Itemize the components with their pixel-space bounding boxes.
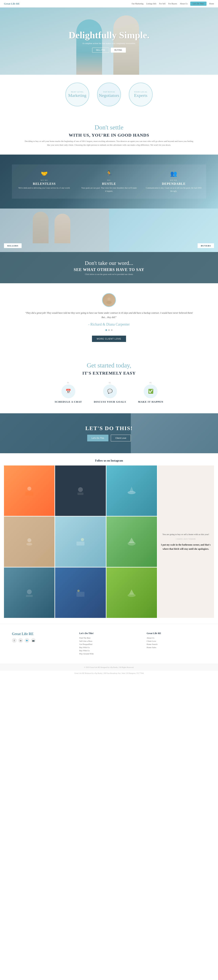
buy-button[interactable]: BUYING — [111, 48, 126, 52]
lets-do-this-label: LET'S DO THIS! — [8, 425, 210, 431]
sellers-label[interactable]: SELLERS — [4, 243, 22, 248]
linkedin-icon[interactable]: in — [18, 638, 23, 643]
insta-img-4 — [4, 517, 54, 567]
nav-home[interactable]: Home — [209, 3, 214, 5]
review-quote: "They did a great job! They would have t… — [24, 311, 194, 320]
circle-negotiators[interactable]: TOP NOTCH Negotiators — [97, 83, 121, 108]
insta-cell-4[interactable] — [4, 517, 54, 567]
insta-img-3 — [106, 466, 157, 516]
svg-point-14 — [27, 589, 32, 594]
dot-2[interactable] — [108, 329, 110, 331]
footer-link-buy-with[interactable]: Buy With Us — [79, 649, 139, 652]
dot-1[interactable] — [106, 329, 107, 331]
svg-rect-15 — [26, 595, 33, 597]
circle-negotiators-main: Negotiators — [99, 93, 119, 98]
svg-point-8 — [27, 538, 31, 542]
footer-columns: Great Life RE f in 🐦 📷 Let's Do This! Fi… — [0, 624, 218, 664]
footer-link-home-sales[interactable]: Home Sales — [147, 646, 206, 649]
hero-buttons: SELL PRE BUYING — [69, 48, 149, 52]
insta-cell-7[interactable] — [4, 568, 54, 618]
client-review-section: "They did a great job! They would have t… — [0, 283, 218, 352]
sell-button[interactable]: SELL PRE — [92, 48, 109, 52]
footer-link-find[interactable]: Find The Best — [79, 637, 139, 639]
circle-experts-top: YOUR LOCAL — [134, 91, 147, 93]
buyers-panel[interactable]: BUYERS — [109, 208, 218, 252]
circle-negotiators-top: TOP NOTCH — [103, 91, 115, 93]
nav-link-listings[interactable]: Listings Info — [146, 3, 156, 5]
svg-rect-16 — [77, 592, 85, 597]
insta-cell-8[interactable] — [55, 568, 106, 618]
facebook-icon[interactable]: f — [12, 638, 17, 643]
instagram-icon[interactable]: 📷 — [31, 638, 36, 643]
relentless-icon: 🤝 — [16, 170, 73, 177]
lets-do-this-section: LET'S DO THIS! Let's Do This Client Love — [0, 413, 218, 453]
step-2-icon: 💬 — [103, 385, 117, 398]
step-3-label: MAKE IT HAPPEN — [138, 400, 163, 403]
logo-text: Great Life RE — [4, 2, 19, 5]
circle-experts[interactable]: YOUR LOCAL Experts — [129, 83, 152, 108]
logo[interactable]: Great Life RE — [4, 2, 19, 5]
svg-point-11 — [81, 538, 84, 541]
dont-settle-section: Don't settle WITH US, YOU'RE IN GOOD HAN… — [0, 116, 218, 154]
hero-content: Delightfully Simple. A complete action l… — [69, 30, 149, 52]
insta-cell-2[interactable] — [55, 466, 106, 516]
buyers-label[interactable]: BUYERS — [197, 243, 214, 248]
client-love-button[interactable]: Client Love — [111, 435, 131, 441]
footer-link-prequal[interactable]: Get Prequalified — [79, 643, 139, 645]
footer-col-brand: Great Life RE f in 🐦 📷 — [12, 632, 71, 656]
footer-link-play[interactable]: Play Around With — [79, 653, 139, 655]
hustle-icon: 🏃 — [81, 170, 138, 177]
footer-address: Great Life RE Brokered by eXp Realty | 2… — [0, 671, 218, 676]
footer-link-client-love[interactable]: Client Love — [147, 640, 206, 642]
footer-link-buy[interactable]: Buy With Us — [79, 646, 139, 649]
svg-point-0 — [107, 298, 111, 301]
dependable-label-main: DEPENDABLE — [145, 182, 202, 186]
sellers-panel[interactable]: SELLERS — [0, 208, 109, 252]
lets-do-this-button[interactable]: Let's Do This — [87, 435, 109, 441]
footer-link-sell[interactable]: Sell Like a Boss — [79, 640, 139, 642]
insta-img-8 — [55, 568, 106, 618]
circle-marketing[interactable]: NEXT LEVEL Marketing — [66, 83, 89, 108]
insta-grid — [4, 466, 157, 618]
step-3: 03. ✅ MAKE IT HAPPEN — [138, 382, 163, 403]
nav-cta-button[interactable]: Let's Do This! — [190, 2, 206, 6]
testimonial-sub: Click below to see the great work we've … — [12, 273, 206, 275]
step-1-num: 01. — [55, 382, 82, 383]
lets-buttons: Let's Do This Client Love — [8, 435, 210, 441]
circle-marketing-main: Marketing — [68, 93, 87, 98]
svg-marker-19 — [129, 589, 134, 594]
insta-cell-3[interactable] — [106, 466, 157, 516]
insta-img-2 — [55, 466, 106, 516]
footer-col2-title: Great Life RE — [147, 632, 206, 635]
nav-link-marketing[interactable]: Our Marketing — [131, 3, 143, 5]
twitter-icon[interactable]: 🐦 — [24, 638, 29, 643]
insta-cell-6[interactable] — [106, 517, 157, 567]
circle-marketing-ring: NEXT LEVEL Marketing — [66, 83, 89, 107]
nav-link-sell[interactable]: For Sell — [159, 3, 165, 5]
insta-img-6 — [106, 517, 157, 567]
svg-rect-5 — [77, 493, 83, 495]
sellers-buyers-section: SELLERS BUYERS — [0, 208, 218, 252]
dependable-body: Communication is key. Count on us to tel… — [145, 186, 202, 193]
insta-cell-9[interactable] — [106, 568, 157, 618]
nav-links: Our Marketing Listings Info For Sell For… — [131, 2, 214, 6]
hustle-label-main: HUSTLE — [81, 182, 138, 186]
review-dots — [24, 329, 194, 331]
nav-link-buyers[interactable]: For Buyers — [168, 3, 177, 5]
footer-link-home-search[interactable]: Home Search — [147, 643, 206, 645]
insta-cell-5[interactable] — [55, 517, 106, 567]
svg-rect-3 — [26, 492, 33, 496]
svg-marker-13 — [128, 538, 135, 543]
hero-title: Delightfully Simple. — [69, 30, 149, 41]
step-1-label: SCHEDULE A CHAT — [55, 400, 82, 403]
nav-link-about[interactable]: About Us — [180, 3, 188, 5]
circle-experts-ring: YOUR LOCAL Experts — [129, 83, 152, 107]
svg-rect-10 — [77, 542, 85, 546]
more-love-button[interactable]: MORE CLIENT LOVE — [92, 336, 126, 342]
svg-point-4 — [78, 487, 83, 492]
circle-experts-main: Experts — [134, 93, 147, 98]
footer-link-about[interactable]: About Us — [147, 637, 206, 639]
insta-cell-1[interactable] — [4, 466, 54, 516]
dot-3[interactable] — [111, 329, 112, 331]
circle-marketing-top: NEXT LEVEL — [71, 91, 84, 93]
